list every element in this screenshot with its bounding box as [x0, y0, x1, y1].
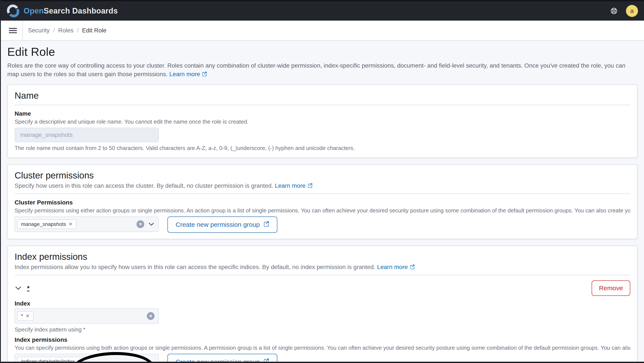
index-panel-description: Index permissions allow you to specify h…: [14, 264, 630, 271]
cluster-permissions-panel: Cluster permissions Specify how users in…: [7, 164, 638, 239]
remove-tag-icon[interactable]: ✕: [26, 314, 30, 318]
help-icon[interactable]: [609, 6, 619, 16]
top-header: OpenSearch Dashboards a: [1, 0, 644, 20]
index-permissions-help: You can specify permissions using both a…: [14, 345, 630, 351]
index-tag: * ✕: [17, 311, 34, 321]
remove-button[interactable]: Remove: [592, 280, 630, 296]
learn-more-link[interactable]: Learn more: [169, 71, 207, 77]
clear-icon[interactable]: ✕: [147, 312, 154, 320]
chevron-down-icon[interactable]: [14, 285, 22, 292]
breadcrumb: Security / Roles / Edit Role: [28, 27, 106, 34]
index-pattern-accordion: * Remove: [14, 280, 630, 296]
external-link-icon: [202, 70, 207, 79]
header-divider: [22, 20, 23, 40]
index-panel-title: Index permissions: [14, 252, 630, 262]
divider: [14, 194, 630, 194]
breadcrumb-separator: /: [77, 27, 79, 34]
opensearch-logo-icon: [7, 4, 20, 17]
learn-more-link[interactable]: Learn more: [275, 182, 312, 189]
name-panel-title: Name: [14, 90, 630, 101]
cluster-permissions-label: Cluster Permissions: [14, 199, 630, 206]
divider: [14, 105, 630, 105]
opensearch-logo[interactable]: OpenSearch Dashboards: [7, 4, 118, 17]
breadcrumb-bar: Security / Roles / Edit Role: [1, 20, 644, 41]
external-link-icon: [410, 264, 415, 271]
page-description: Roles are the core way of controlling ac…: [7, 61, 638, 79]
learn-more-link[interactable]: Learn more: [377, 264, 415, 270]
clear-icon[interactable]: ✕: [136, 220, 144, 228]
external-link-icon: [308, 183, 312, 190]
remove-tag-icon[interactable]: ✕: [68, 222, 72, 227]
index-combobox[interactable]: * ✕ ✕: [14, 308, 159, 324]
role-name-input: [14, 128, 159, 142]
breadcrumb-security[interactable]: Security: [28, 27, 50, 34]
index-permissions-label: Index permissions: [14, 337, 630, 343]
divider: [14, 275, 630, 275]
name-field-helper: The role name must contain from 2 to 50 …: [14, 145, 630, 151]
breadcrumb-separator: /: [53, 27, 55, 34]
index-field-helper: Specify index pattern using *: [14, 326, 630, 333]
name-field-label: Name: [14, 110, 630, 117]
name-panel: Name Name Specify a descriptive and uniq…: [7, 84, 638, 158]
index-field-label: Index: [14, 300, 630, 307]
external-link-icon: [263, 221, 269, 229]
page-content: Edit Role Roles are the core way of cont…: [1, 45, 644, 363]
cluster-permissions-help: Specify permissions using either action …: [14, 207, 630, 214]
avatar[interactable]: a: [626, 5, 638, 17]
create-permission-group-button[interactable]: Create new permission group: [168, 216, 277, 233]
index-pattern-link[interactable]: *: [27, 285, 30, 292]
header-actions: a: [609, 5, 638, 17]
permission-tag: manage_snapshots ✕: [17, 219, 76, 229]
logo-wordmark: OpenSearch Dashboards: [24, 6, 118, 15]
menu-icon[interactable]: [6, 23, 20, 37]
name-field-help: Specify a descriptive and unique role na…: [14, 118, 630, 125]
app-window: OpenSearch Dashboards a Security / R: [0, 0, 644, 363]
page-title: Edit Role: [7, 45, 638, 58]
breadcrumb-current: Edit Role: [82, 27, 106, 34]
breadcrumb-roles[interactable]: Roles: [58, 27, 74, 34]
window-bottom-edge: [1, 362, 644, 363]
cluster-panel-title: Cluster permissions: [14, 170, 630, 181]
chevron-down-icon[interactable]: [148, 221, 154, 227]
cluster-permissions-combobox[interactable]: manage_snapshots ✕ ✕: [14, 216, 159, 232]
index-permissions-panel: Index permissions Index permissions allo…: [7, 246, 638, 363]
cluster-panel-description: Specify how users in this role can acces…: [14, 182, 630, 190]
